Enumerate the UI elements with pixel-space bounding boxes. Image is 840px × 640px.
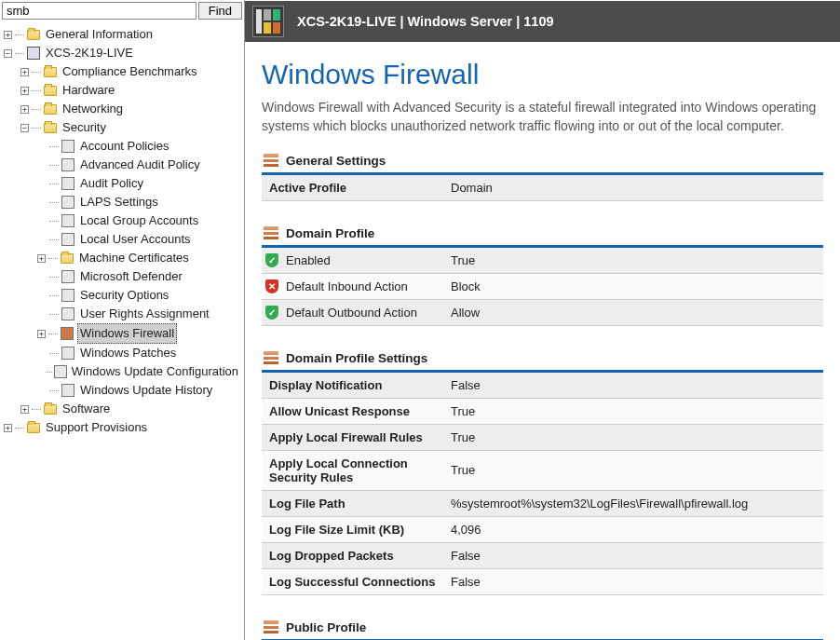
tree-item-wu-config[interactable]: Windows Update Configuration xyxy=(4,362,240,381)
status-icon-cell: ✕ xyxy=(262,273,278,299)
tree-item-local-group[interactable]: Local Group Accounts xyxy=(4,211,240,230)
tree-item-support[interactable]: + Support Provisions xyxy=(4,418,240,437)
section-title-text: Public Profile xyxy=(286,620,366,634)
row-label: Log Dropped Packets xyxy=(262,542,443,568)
shield-ok-icon: ✓ xyxy=(265,253,278,267)
tree-label: Networking xyxy=(61,100,125,118)
tree-label: Microsoft Defender xyxy=(78,267,184,286)
row-label: Active Profile xyxy=(262,175,443,201)
tree-label: Audit Policy xyxy=(78,174,145,193)
navigation-panel: Find + General Information − XCS-2K19-LI… xyxy=(0,0,245,640)
table-row: Allow Unicast ResponseTrue xyxy=(262,398,823,424)
expand-icon[interactable]: + xyxy=(37,254,46,263)
tree-label: Windows Update History xyxy=(78,381,214,400)
table-row: ✕ Default Inbound Action Block xyxy=(262,273,823,299)
expand-icon[interactable]: + xyxy=(20,87,29,95)
group-icon xyxy=(61,213,75,228)
table-row: Log Successful ConnectionsFalse xyxy=(262,568,823,594)
row-value: Allow xyxy=(443,299,823,325)
tree-item-user-rights[interactable]: User Rights Assignment xyxy=(4,305,240,323)
tree-item-hardware[interactable]: + Hardware xyxy=(4,81,240,100)
tree-label: Local User Accounts xyxy=(78,230,193,249)
nav-tree[interactable]: + General Information − XCS-2K19-LIVE + … xyxy=(0,21,244,640)
row-label: Default Outbound Action xyxy=(278,299,443,325)
row-label: Log Successful Connections xyxy=(262,568,443,594)
section-public-profile: Public Profile xyxy=(262,616,823,640)
tree-item-patches[interactable]: Windows Patches xyxy=(4,344,240,362)
general-settings-table: Active Profile Domain xyxy=(262,175,823,201)
tree-item-security[interactable]: − Security xyxy=(4,118,240,137)
tree-item-windows-firewall[interactable]: + Windows Firewall xyxy=(4,323,240,344)
tree-item-machine-certs[interactable]: + Machine Certificates xyxy=(4,249,240,267)
row-label: Display Notification xyxy=(262,373,443,399)
table-row: Apply Local Firewall RulesTrue xyxy=(262,424,823,450)
folder-icon xyxy=(26,27,41,42)
folder-icon xyxy=(43,402,58,416)
status-icon-cell: ✓ xyxy=(262,299,278,325)
section-domain-profile: Domain Profile xyxy=(262,222,823,248)
row-label: Enabled xyxy=(278,248,443,274)
collapse-icon[interactable]: − xyxy=(20,124,29,132)
user-icon xyxy=(61,232,75,247)
tree-item-compliance[interactable]: + Compliance Benchmarks xyxy=(4,62,240,81)
expand-icon[interactable]: + xyxy=(4,424,12,432)
tree-label: LAPS Settings xyxy=(78,193,160,211)
row-label: Log File Size Limit (KB) xyxy=(262,516,443,542)
expand-icon[interactable]: + xyxy=(20,68,29,76)
section-general-settings: General Settings xyxy=(262,149,823,175)
search-input[interactable] xyxy=(2,2,196,20)
tree-label: XCS-2K19-LIVE xyxy=(44,44,135,62)
tree-item-advanced-audit[interactable]: Advanced Audit Policy xyxy=(4,156,240,174)
section-domain-settings: Domain Profile Settings xyxy=(262,347,823,373)
tree-item-wu-history[interactable]: Windows Update History xyxy=(4,381,240,400)
row-value: True xyxy=(443,398,823,424)
content-panel: XCS-2K19-LIVE | Windows Server | 1109 Wi… xyxy=(245,0,840,640)
collapse-icon[interactable]: − xyxy=(4,49,12,58)
tree-label: Machine Certificates xyxy=(77,249,191,267)
firewall-icon xyxy=(264,154,278,167)
tree-label: Security Options xyxy=(78,286,170,305)
tree-item-audit-policy[interactable]: Audit Policy xyxy=(4,174,240,193)
tree-item-networking[interactable]: + Networking xyxy=(4,100,240,118)
folder-icon xyxy=(43,120,58,135)
row-value: False xyxy=(443,373,823,399)
history-icon xyxy=(61,383,75,398)
expand-icon[interactable]: + xyxy=(20,105,29,114)
table-row: ✓ Enabled True xyxy=(262,248,823,274)
tree-label: Support Provisions xyxy=(44,418,149,437)
folder-icon xyxy=(26,420,41,435)
row-label: Apply Local Firewall Rules xyxy=(262,424,443,450)
tree-item-server[interactable]: − XCS-2K19-LIVE xyxy=(4,44,240,62)
firewall-icon xyxy=(60,326,75,341)
tree-item-general-info[interactable]: + General Information xyxy=(4,25,240,44)
expand-icon[interactable]: + xyxy=(20,405,29,414)
table-row: Log File Size Limit (KB)4,096 xyxy=(262,516,823,542)
tree-item-security-options[interactable]: Security Options xyxy=(4,286,240,305)
tree-label: General Information xyxy=(44,25,155,44)
tree-item-defender[interactable]: Microsoft Defender xyxy=(4,267,240,286)
tree-item-laps[interactable]: LAPS Settings xyxy=(4,193,240,211)
tree-item-local-user[interactable]: Local User Accounts xyxy=(4,230,240,249)
row-value: 4,096 xyxy=(443,516,823,542)
options-icon xyxy=(61,288,75,303)
row-label: Log File Path xyxy=(262,490,443,516)
patches-icon xyxy=(61,346,75,361)
tree-label: Security xyxy=(61,118,108,137)
content-scroll[interactable]: XCS-2K19-LIVE | Windows Server | 1109 Wi… xyxy=(245,0,840,640)
row-value: %systemroot%\system32\LogFiles\Firewall\… xyxy=(443,490,823,516)
firewall-icon xyxy=(264,620,278,633)
expand-icon[interactable]: + xyxy=(37,330,46,338)
expand-icon[interactable]: + xyxy=(4,31,12,39)
header-title: XCS-2K19-LIVE | Windows Server | 1109 xyxy=(297,14,554,29)
find-button[interactable]: Find xyxy=(198,2,242,20)
row-value: True xyxy=(443,424,823,450)
table-row: Active Profile Domain xyxy=(262,175,823,201)
tree-item-software[interactable]: + Software xyxy=(4,400,240,418)
table-row: ✓ Default Outbound Action Allow xyxy=(262,299,823,325)
tree-label: Compliance Benchmarks xyxy=(61,62,199,81)
tree-item-account-policies[interactable]: Account Policies xyxy=(4,137,240,156)
shield-block-icon: ✕ xyxy=(265,279,278,293)
domain-settings-table: Display NotificationFalse Allow Unicast … xyxy=(262,373,823,595)
table-row: Display NotificationFalse xyxy=(262,373,823,399)
shield-icon xyxy=(61,269,75,284)
